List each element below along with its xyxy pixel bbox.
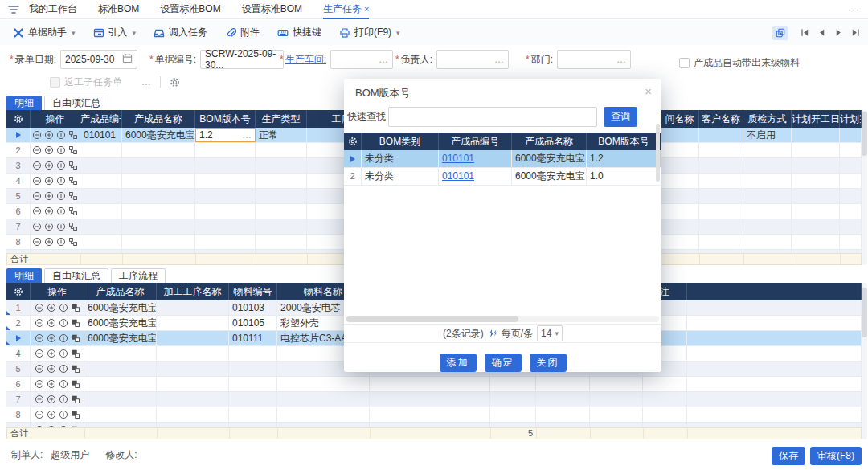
row-insert-icon[interactable] <box>59 349 68 358</box>
manager-input[interactable]: … <box>436 50 509 69</box>
row-remove-icon[interactable] <box>32 206 42 216</box>
record-date-input[interactable]: 2025-09-30 <box>60 50 137 69</box>
bom-version-edit-cell[interactable]: 1.2… <box>195 128 256 142</box>
row-insert-icon[interactable] <box>59 303 68 313</box>
row-copy-icon[interactable] <box>71 379 80 389</box>
column-header[interactable]: 产成品编号 <box>439 133 512 150</box>
grid-tab[interactable]: 工序流程 <box>111 268 166 283</box>
row-tree-icon[interactable] <box>68 176 78 186</box>
grid-tab[interactable]: 自由项汇总 <box>44 96 108 110</box>
row-add-icon[interactable] <box>47 364 56 374</box>
load-task-button[interactable]: 调入任务 <box>154 26 207 39</box>
tab-set-standard-bom-1[interactable]: 设置标准BOM <box>160 0 220 19</box>
row-add-icon[interactable] <box>44 206 54 216</box>
tab-standard-bom[interactable]: 标准BOM <box>98 0 139 19</box>
column-header[interactable]: 产成品名称 <box>84 283 157 300</box>
audit-button[interactable]: 审核(F8) <box>810 447 862 465</box>
row-insert-icon[interactable] <box>59 318 68 328</box>
row-remove-icon[interactable] <box>32 130 42 140</box>
row-insert-icon[interactable] <box>56 237 66 247</box>
row-copy-icon[interactable] <box>71 410 80 419</box>
column-header[interactable]: 生产类型 <box>256 110 307 128</box>
workshop-link[interactable]: 生产车间: <box>285 54 326 65</box>
row-copy-icon[interactable] <box>71 303 80 313</box>
row-tree-icon[interactable] <box>68 252 78 253</box>
column-header[interactable]: 计划完工 <box>840 110 862 128</box>
doc-helper-button[interactable]: 单据助手▾ <box>13 26 76 39</box>
row-remove-icon[interactable] <box>32 161 42 170</box>
column-header[interactable]: 计划开工日 <box>792 110 840 128</box>
row-remove-icon[interactable] <box>32 222 42 231</box>
row-add-icon[interactable] <box>47 303 56 313</box>
table-row[interactable]: 9 <box>6 423 862 427</box>
row-insert-icon[interactable] <box>59 379 68 389</box>
row-tree-icon[interactable] <box>68 191 78 201</box>
column-header[interactable]: BOM类别 <box>362 133 439 150</box>
column-header[interactable]: BOM版本号 <box>587 133 661 150</box>
product-code-link[interactable]: 010101 <box>442 153 474 164</box>
grid-tab[interactable]: 明细 <box>6 96 42 110</box>
grid-tab[interactable]: 自由项汇总 <box>44 268 108 283</box>
attachment-button[interactable]: 附件 <box>225 26 260 39</box>
form-settings-gear-icon[interactable] <box>170 77 180 88</box>
row-remove-icon[interactable] <box>35 364 44 374</box>
column-header[interactable]: 质检方式 <box>743 110 792 128</box>
row-add-icon[interactable] <box>44 145 54 155</box>
row-insert-icon[interactable] <box>59 333 68 343</box>
row-remove-icon[interactable] <box>35 425 44 427</box>
row-insert-icon[interactable] <box>56 191 66 201</box>
add-button[interactable]: 添加 <box>440 354 477 372</box>
upper-grid-scrollbar[interactable] <box>862 110 867 265</box>
row-add-icon[interactable] <box>47 410 56 419</box>
more-menu-icon[interactable]: ··· <box>848 4 860 15</box>
row-add-icon[interactable] <box>47 394 56 404</box>
row-insert-icon[interactable] <box>59 364 68 374</box>
row-insert-icon[interactable] <box>56 145 66 155</box>
calendar-icon[interactable] <box>122 53 133 66</box>
grid-settings-gear-icon[interactable] <box>344 133 362 150</box>
table-row[interactable]: 7 <box>6 392 862 407</box>
row-copy-icon[interactable] <box>71 425 80 427</box>
row-tree-icon[interactable] <box>68 222 78 231</box>
column-header[interactable]: BOM版本号 <box>195 110 256 128</box>
row-add-icon[interactable] <box>44 130 54 140</box>
quick-search-input[interactable] <box>388 107 597 127</box>
row-add-icon[interactable] <box>44 237 54 247</box>
table-row[interactable]: 2未分类0101016000毫安充电宝1.0 <box>344 168 661 186</box>
close-button[interactable]: 关闭 <box>530 354 567 372</box>
row-remove-icon[interactable] <box>35 394 44 404</box>
row-remove-icon[interactable] <box>35 303 44 313</box>
refresh-icon[interactable] <box>488 329 497 338</box>
row-add-icon[interactable] <box>44 176 54 186</box>
row-tree-icon[interactable] <box>68 206 78 216</box>
row-copy-icon[interactable] <box>71 394 80 404</box>
column-header[interactable] <box>687 283 862 300</box>
row-remove-icon[interactable] <box>32 176 42 186</box>
row-tree-icon[interactable] <box>68 130 78 140</box>
tab-production-task[interactable]: 生产任务× <box>323 0 369 19</box>
column-header[interactable]: 产成品名称 <box>122 110 195 128</box>
row-tree-icon[interactable] <box>68 145 78 155</box>
row-remove-icon[interactable] <box>32 145 42 155</box>
import-button[interactable]: 引入▾ <box>93 26 137 39</box>
row-insert-icon[interactable] <box>59 425 68 427</box>
row-remove-icon[interactable] <box>32 191 42 201</box>
row-remove-icon[interactable] <box>35 410 44 419</box>
row-remove-icon[interactable] <box>35 379 44 389</box>
row-copy-icon[interactable] <box>71 349 80 358</box>
row-remove-icon[interactable] <box>32 237 42 247</box>
column-header[interactable]: 操作 <box>31 283 84 300</box>
column-header[interactable]: 物料编号 <box>229 283 277 300</box>
row-insert-icon[interactable] <box>56 222 66 231</box>
row-remove-icon[interactable] <box>35 318 44 328</box>
save-button[interactable]: 保存 <box>772 447 805 465</box>
auto-material-checkbox[interactable] <box>679 58 690 68</box>
row-remove-icon[interactable] <box>35 333 44 343</box>
prev-record-icon[interactable] <box>817 28 826 37</box>
rework-checkbox[interactable] <box>50 77 60 88</box>
table-row[interactable]: 未分类0101016000毫安充电宝1.2 <box>344 150 661 168</box>
table-row[interactable]: 8 <box>6 407 862 423</box>
hotkey-button[interactable]: 快捷键 <box>277 26 321 39</box>
modal-close-icon[interactable]: × <box>645 86 652 100</box>
grid-settings-gear-icon[interactable] <box>6 283 31 300</box>
